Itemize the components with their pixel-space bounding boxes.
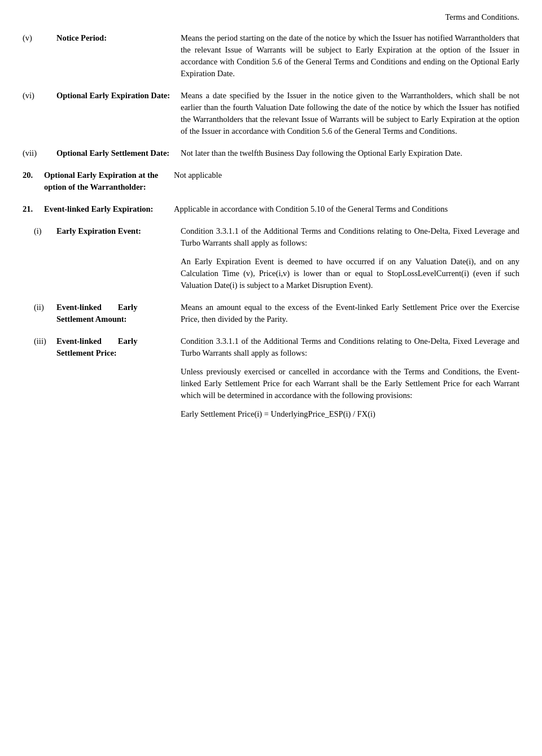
section-iii: (iii) Event-linked Early Settlement Pric… <box>23 335 519 420</box>
section-i-content: Condition 3.3.1.1 of the Additional Term… <box>181 225 519 291</box>
section-i-content-1: Condition 3.3.1.1 of the Additional Term… <box>181 225 519 249</box>
section-i-num: (i) <box>23 225 56 237</box>
section-vii-num: (vii) <box>23 147 56 159</box>
section-ii-num: (ii) <box>23 301 56 313</box>
section-21-num: 21. <box>23 203 44 215</box>
section-iii-content-1: Condition 3.3.1.1 of the Additional Term… <box>181 335 519 359</box>
section-vii-label: Optional Early Settlement Date: <box>56 147 181 159</box>
document-body: Terms and Conditions. (v) Notice Period:… <box>23 11 519 420</box>
section-i: (i) Early Expiration Event: Condition 3.… <box>23 225 519 291</box>
section-v-label: Notice Period: <box>56 32 181 44</box>
section-ii: (ii) Event-linked Early Settlement Amoun… <box>23 301 519 325</box>
section-ii-label-rest: Settlement Amount: <box>56 314 126 324</box>
section-iii-label-bold: Event-linked Early <box>56 337 137 346</box>
top-text: Terms and Conditions. <box>445 12 520 21</box>
section-vi-num: (vi) <box>23 90 56 102</box>
section-21-label: Event-linked Early Expiration: <box>44 203 174 215</box>
section-i-label: Early Expiration Event: <box>56 225 181 237</box>
section-20-num: 20. <box>23 169 44 181</box>
section-ii-label: Event-linked Early Settlement Amount: <box>56 301 181 325</box>
section-vi-label: Optional Early Expiration Date: <box>56 90 181 102</box>
section-20: 20. Optional Early Expiration at the opt… <box>23 169 519 193</box>
section-20-content: Not applicable <box>174 169 519 181</box>
section-ii-label-bold: Event-linked Early <box>56 303 137 312</box>
section-v-num: (v) <box>23 32 56 44</box>
section-vii-content: Not later than the twelfth Business Day … <box>181 147 519 159</box>
section-20-label: Optional Early Expiration at the option … <box>44 169 174 193</box>
section-iii-num: (iii) <box>23 335 56 347</box>
section-iii-content-2: Unless previously exercised or cancelled… <box>181 366 519 401</box>
section-iii-content-3: Early Settlement Price(i) = UnderlyingPr… <box>181 408 519 420</box>
section-iii-label: Event-linked Early Settlement Price: <box>56 335 181 359</box>
section-ii-content: Means an amount equal to the excess of t… <box>181 301 519 325</box>
section-vi-content: Means a date specified by the Issuer in … <box>181 90 519 137</box>
section-iii-label-rest: Settlement Price: <box>56 348 117 357</box>
section-vi: (vi) Optional Early Expiration Date: Mea… <box>23 90 519 137</box>
top-line: Terms and Conditions. <box>23 11 519 23</box>
section-21-content: Applicable in accordance with Condition … <box>174 203 519 215</box>
section-v-content: Means the period starting on the date of… <box>181 32 519 80</box>
section-iii-content: Condition 3.3.1.1 of the Additional Term… <box>181 335 519 420</box>
section-v: (v) Notice Period: Means the period star… <box>23 32 519 80</box>
section-21: 21. Event-linked Early Expiration: Appli… <box>23 203 519 215</box>
section-vii: (vii) Optional Early Settlement Date: No… <box>23 147 519 159</box>
section-i-content-2: An Early Expiration Event is deemed to h… <box>181 256 519 291</box>
